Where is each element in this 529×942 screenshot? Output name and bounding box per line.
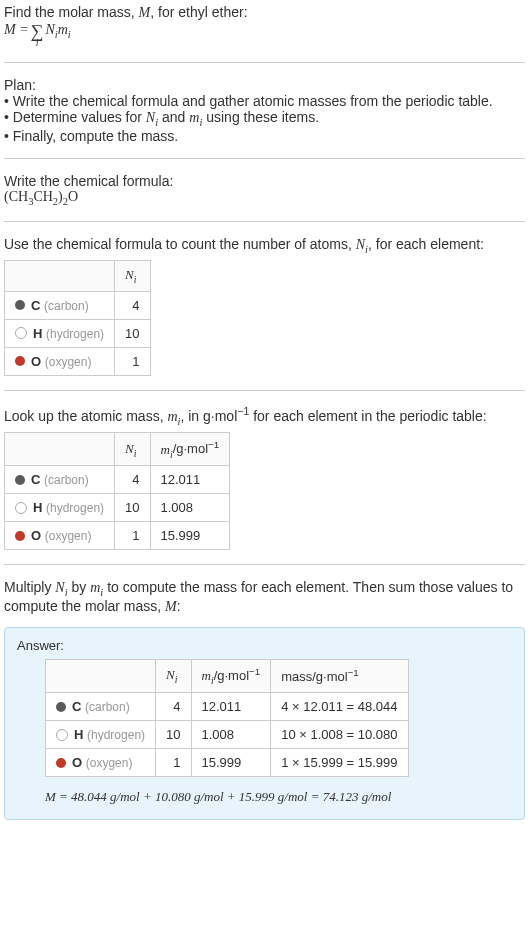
answer-table: Ni mi/g·mol−1 mass/g·mol−1 C (carbon) 4 … xyxy=(45,659,409,777)
hydrogen-dot-icon xyxy=(56,729,68,741)
carbon-dot-icon xyxy=(56,702,66,712)
count-Ni: Ni xyxy=(356,237,368,252)
lookup-m: m xyxy=(167,409,177,424)
h-mass: mass/g·mol xyxy=(281,670,347,685)
h-m-unit: /g·mol xyxy=(214,668,249,683)
element-cell: H (hydrogen) xyxy=(5,319,115,347)
table-row: H (hydrogen) 10 xyxy=(5,319,151,347)
element-cell: C (carbon) xyxy=(46,693,156,721)
mult-Ni: Ni xyxy=(55,580,67,595)
mass-value: 10 × 1.008 = 10.080 xyxy=(271,721,408,749)
Ni-header: Ni xyxy=(156,660,191,693)
hydrogen-dot-icon xyxy=(15,502,27,514)
answer-label: Answer: xyxy=(17,638,512,653)
lookup-c: for each element in the periodic table: xyxy=(249,408,486,424)
multiply-section: Multiply Ni by mi to compute the mass fo… xyxy=(4,579,525,615)
h-N: N xyxy=(125,267,134,282)
m-value: 1.008 xyxy=(191,721,271,749)
molar-mass-equation: M = ∑ i Nimi xyxy=(4,22,71,48)
mi-header: mi/g·mol−1 xyxy=(191,660,271,693)
formula-title: Write the chemical formula: xyxy=(4,173,525,189)
elem-name: (hydrogen) xyxy=(46,327,104,341)
h-N-sub: i xyxy=(134,274,137,285)
h-m: m xyxy=(202,668,211,683)
lookup-table: Ni mi/g·mol−1 C (carbon) 4 12.011 H (hyd… xyxy=(4,432,230,550)
table-row: C (carbon) 4 12.011 xyxy=(5,466,230,494)
blank-header xyxy=(5,433,115,466)
mult-N: N xyxy=(55,580,64,595)
table-header-row: Ni xyxy=(5,261,151,292)
h-N: N xyxy=(166,667,175,682)
count-table: Ni C (carbon) 4 H (hydrogen) 10 O (oxyge… xyxy=(4,260,151,376)
elem-name: (oxygen) xyxy=(45,529,92,543)
sigma-sub: i xyxy=(36,38,39,48)
divider xyxy=(4,390,525,391)
h-N: N xyxy=(125,441,134,456)
elem-name: (hydrogen) xyxy=(87,728,145,742)
elem-name: (oxygen) xyxy=(45,355,92,369)
elem-sym: H xyxy=(33,500,42,515)
element-cell: H (hydrogen) xyxy=(46,721,156,749)
N-value: 10 xyxy=(156,721,191,749)
chem-a: (CH xyxy=(4,189,28,204)
elem-name: (oxygen) xyxy=(86,756,133,770)
table-row: O (oxygen) 1 15.999 xyxy=(5,522,230,550)
plan-mi: mi xyxy=(189,110,202,125)
Ni-header: Ni xyxy=(115,433,150,466)
elem-sym: C xyxy=(31,472,40,487)
plan-b2-a: • Determine values for xyxy=(4,109,146,125)
eq-N: N xyxy=(45,22,54,37)
intro-text-a: Find the molar mass, xyxy=(4,4,139,20)
elem-sym: H xyxy=(74,727,83,742)
plan-title: Plan: xyxy=(4,77,525,93)
elem-sym: C xyxy=(31,298,40,313)
h-m: m xyxy=(161,442,170,457)
plan-bullet-3: • Finally, compute the mass. xyxy=(4,128,525,144)
intro-line: Find the molar mass, M, for ethyl ether: xyxy=(4,4,525,21)
answer-box: Answer: Ni mi/g·mol−1 mass/g·mol−1 C (ca… xyxy=(4,627,525,820)
h-m-unit-sup: −1 xyxy=(249,666,260,677)
element-cell: O (oxygen) xyxy=(5,347,115,375)
mi-header: mi/g·mol−1 xyxy=(150,433,230,466)
lookup-neg1: −1 xyxy=(237,405,249,417)
elem-name: (carbon) xyxy=(85,700,130,714)
blank-header xyxy=(5,261,115,292)
intro-M: M xyxy=(139,5,151,20)
mult-b: by xyxy=(68,579,91,595)
plan-b2-c: using these items. xyxy=(202,109,319,125)
hydrogen-dot-icon xyxy=(15,327,27,339)
oxygen-dot-icon xyxy=(15,531,25,541)
answer-inner: Ni mi/g·mol−1 mass/g·mol−1 C (carbon) 4 … xyxy=(17,659,512,805)
m-value: 15.999 xyxy=(150,522,230,550)
h-N-sub: i xyxy=(134,447,137,458)
h-m-unit: /g·mol xyxy=(173,442,208,457)
lookup-b: , in g·mol xyxy=(180,408,237,424)
divider xyxy=(4,158,525,159)
divider xyxy=(4,564,525,565)
element-cell: O (oxygen) xyxy=(46,749,156,777)
blank-header xyxy=(46,660,156,693)
lookup-a: Look up the atomic mass, xyxy=(4,408,167,424)
h-m-unit-sup: −1 xyxy=(208,439,219,450)
mass-value: 1 × 15.999 = 15.999 xyxy=(271,749,408,777)
carbon-dot-icon xyxy=(15,300,25,310)
formula-section: Write the chemical formula: (CH3CH2)2O xyxy=(4,173,525,207)
table-row: C (carbon) 4 12.011 4 × 12.011 = 48.044 xyxy=(46,693,409,721)
N-value: 4 xyxy=(156,693,191,721)
N-value: 1 xyxy=(115,347,150,375)
count-a: Use the chemical formula to count the nu… xyxy=(4,236,356,252)
lookup-section: Look up the atomic mass, mi, in g·mol−1 … xyxy=(4,405,525,550)
mult-a: Multiply xyxy=(4,579,55,595)
m-value: 12.011 xyxy=(150,466,230,494)
mass-value: 4 × 12.011 = 48.044 xyxy=(271,693,408,721)
element-cell: H (hydrogen) xyxy=(5,494,115,522)
h-mass-sup: −1 xyxy=(348,667,359,678)
N-value: 1 xyxy=(156,749,191,777)
count-b: , for each element: xyxy=(368,236,484,252)
plan-section: Plan: • Write the chemical formula and g… xyxy=(4,77,525,144)
lookup-mi: mi xyxy=(167,409,180,424)
chem-d: O xyxy=(68,189,78,204)
mass-header: mass/g·mol−1 xyxy=(271,660,408,693)
plan-Ni: Ni xyxy=(146,110,158,125)
elem-name: (hydrogen) xyxy=(46,501,104,515)
